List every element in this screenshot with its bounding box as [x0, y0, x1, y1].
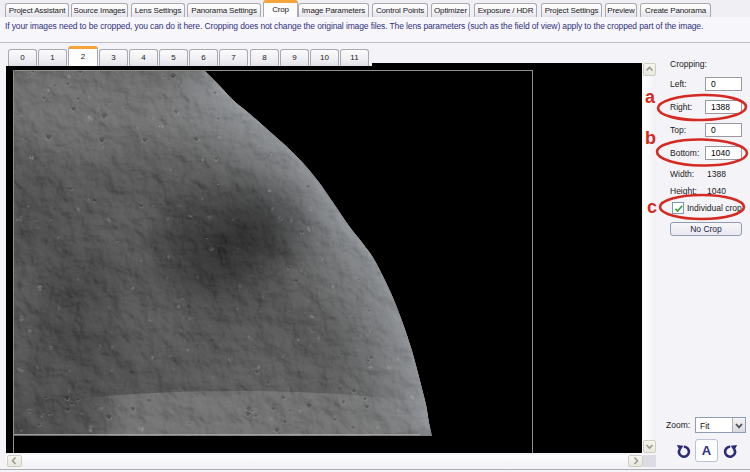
svg-text:b: b — [645, 128, 656, 148]
svg-text:a: a — [645, 87, 656, 107]
svg-text:c: c — [647, 197, 657, 217]
